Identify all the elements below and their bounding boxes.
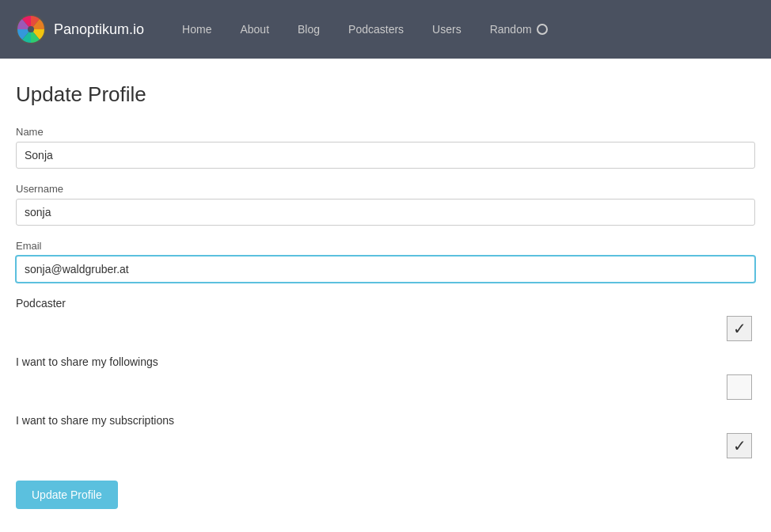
subscriptions-label: I want to share my subscriptions: [16, 414, 755, 427]
random-icon: [537, 24, 548, 35]
followings-group: I want to share my followings: [16, 355, 755, 400]
username-group: Username: [16, 183, 755, 226]
email-input[interactable]: [16, 256, 755, 283]
nav-link-blog[interactable]: Blog: [283, 0, 334, 59]
brand-logo-icon: [16, 14, 46, 44]
main-content: Update Profile Name Username Email Podca…: [0, 59, 771, 532]
username-input[interactable]: [16, 199, 755, 226]
email-group: Email: [16, 240, 755, 283]
followings-checkbox[interactable]: [727, 374, 752, 400]
name-group: Name: [16, 126, 755, 169]
podcaster-group: Podcaster ✓: [16, 297, 755, 341]
podcaster-label: Podcaster: [16, 297, 755, 310]
followings-checkbox-wrapper: [16, 374, 755, 400]
subscriptions-group: I want to share my subscriptions ✓: [16, 414, 755, 458]
nav-brand[interactable]: Panoptikum.io: [16, 14, 144, 44]
nav-link-about[interactable]: About: [226, 0, 283, 59]
update-profile-button[interactable]: Update Profile: [16, 481, 118, 509]
nav-link-podcasters[interactable]: Podcasters: [334, 0, 418, 59]
nav-link-home[interactable]: Home: [168, 0, 226, 59]
nav-link-users[interactable]: Users: [418, 0, 476, 59]
page-title: Update Profile: [16, 82, 755, 107]
nav-link-random[interactable]: Random: [476, 0, 562, 59]
subscriptions-checkbox-wrapper: ✓: [16, 433, 755, 458]
podcaster-checkbox[interactable]: ✓: [727, 316, 752, 341]
followings-label: I want to share my followings: [16, 355, 755, 368]
podcaster-checkbox-wrapper: ✓: [16, 316, 755, 341]
subscriptions-checkbox[interactable]: ✓: [727, 433, 752, 458]
email-label: Email: [16, 240, 755, 252]
name-input[interactable]: [16, 142, 755, 169]
svg-point-1: [28, 26, 34, 32]
brand-name: Panoptikum.io: [54, 21, 144, 38]
nav-links: Home About Blog Podcasters Users Random: [168, 0, 562, 59]
username-label: Username: [16, 183, 755, 195]
main-nav: Panoptikum.io Home About Blog Podcasters…: [0, 0, 771, 59]
name-label: Name: [16, 126, 755, 138]
